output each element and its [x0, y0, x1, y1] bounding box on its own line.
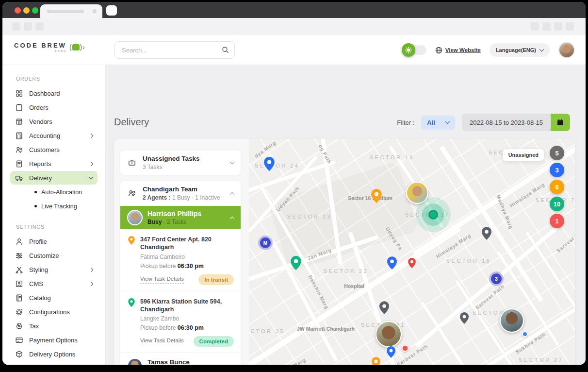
marker-count-legend: 536101 — [550, 146, 564, 228]
tax-icon — [15, 322, 23, 330]
agent-avatar-marker[interactable] — [376, 321, 402, 347]
tab-title-placeholder — [47, 10, 84, 13]
code-brew-logo[interactable]: CODE BREW LABS ()› — [14, 42, 85, 52]
toolbar-icon-placeholder — [566, 22, 574, 31]
map-pin[interactable] — [408, 258, 416, 270]
clipboard-icon — [15, 103, 23, 112]
sidebar-item-catalog[interactable]: Catalog — [10, 291, 98, 304]
status-badge: In transit — [198, 274, 234, 285]
new-tab-button[interactable] — [106, 5, 117, 16]
sidebar-item-accounting[interactable]: Accounting — [10, 129, 98, 142]
map-pin[interactable] — [371, 189, 382, 205]
browser-tab[interactable] — [40, 4, 102, 18]
sidebar-item-dashboard[interactable]: Dashboard — [10, 86, 98, 100]
sidebar-item-payment-options[interactable]: Payment Options — [10, 333, 98, 347]
map-pin[interactable] — [291, 256, 301, 272]
browser-window: CODE BREW LABS ()› View — [2, 2, 586, 365]
forward-button-placeholder — [24, 22, 32, 31]
sector-label: SECTOR 24 — [255, 163, 299, 169]
reload-button-placeholder — [35, 22, 44, 31]
chandigarh-team-header[interactable]: Chandigarh Team 2 Agents : 1 Busy · 1 In… — [120, 181, 241, 206]
globe-icon — [435, 47, 442, 54]
sidebar-item-vendors[interactable]: Vendors — [10, 115, 98, 128]
map-dot-marker[interactable] — [522, 331, 528, 337]
sidebar-item-configurations[interactable]: Configurations — [10, 305, 98, 319]
back-button-placeholder — [12, 22, 20, 31]
task-item: 347 Ford Center Apt. 820 Chandigarh Fáti… — [120, 229, 241, 291]
section-label-orders: ORDERS — [16, 76, 105, 82]
search-input[interactable] — [114, 41, 235, 59]
marker-count-badge[interactable]: 6 — [550, 180, 564, 194]
cluster-marker[interactable]: M — [260, 237, 271, 248]
agent-row-tamas-bunce[interactable]: Tamas Bunce Inactive · 2 Tasks — [120, 353, 241, 365]
sidebar-item-customize[interactable]: Customize — [10, 249, 98, 262]
sidebar-subitem-live-tracking[interactable]: Live Tracking — [34, 199, 105, 213]
user-avatar[interactable] — [558, 42, 575, 58]
minimize-window-button[interactable] — [23, 7, 30, 14]
map-pin[interactable] — [379, 301, 389, 316]
sidebar-item-tax[interactable]: Tax — [10, 319, 98, 333]
chevron-down-icon — [445, 119, 450, 124]
unassigned-tasks-card: Unassigned Tasks 3 Tasks — [120, 150, 241, 176]
theme-toggle[interactable] — [404, 45, 426, 55]
place-label: Sector 16 Stadium — [348, 195, 392, 202]
marker-count-badge[interactable]: 1 — [550, 214, 564, 228]
place-label: JW Marriott Chandigarh — [297, 326, 337, 332]
delivery-map[interactable]: Unassigned 536101 SECTOR 24SECTOR 16SECT… — [249, 139, 575, 365]
task-panel: Unassigned Tasks 3 Tasks Chandigarh Team — [114, 139, 249, 365]
green-pin-icon — [128, 298, 135, 347]
search-icon — [222, 46, 229, 55]
chevron-right-icon — [89, 161, 94, 166]
map-pin[interactable] — [372, 357, 380, 365]
marker-count-badge[interactable]: 10 — [550, 197, 564, 211]
date-range-input[interactable]: 2022-08-15 to 2023-08-15 — [462, 114, 551, 131]
chevron-down-icon — [230, 363, 235, 365]
filter-label: Filter : — [397, 119, 414, 126]
map-pin[interactable] — [264, 157, 275, 173]
logo-subtitle: LABS — [14, 50, 66, 52]
sidebar-item-styling[interactable]: Styling — [10, 263, 98, 276]
unassigned-tooltip: Unassigned — [503, 149, 544, 161]
sector-label: SECTOR 35 — [249, 328, 285, 334]
unassigned-tasks-header[interactable]: Unassigned Tasks 3 Tasks — [120, 150, 241, 175]
filter-dropdown[interactable]: All — [421, 116, 455, 130]
agent-row-harrison-phillips[interactable]: Harrison Phillips Busy · 2 Tasks — [120, 206, 241, 229]
sidebar-item-customers[interactable]: Customers — [10, 143, 98, 156]
map-dot-marker[interactable] — [402, 345, 409, 352]
sidebar-item-cms[interactable]: CMS — [10, 277, 98, 290]
delivery-card: Unassigned Tasks 3 Tasks Chandigarh Team — [114, 139, 575, 365]
logo-icon: ()› — [69, 43, 85, 51]
sidebar-subitem-auto-allocation[interactable]: Auto-Allocation — [34, 185, 105, 199]
map-pin[interactable] — [460, 312, 469, 326]
place-label: Hospital — [344, 283, 364, 289]
sliders-icon — [15, 252, 23, 260]
sidebar-item-profile[interactable]: Profile — [10, 235, 98, 248]
sector-label: SECTOR 16 — [370, 154, 414, 160]
view-website-link[interactable]: View Website — [435, 47, 481, 54]
calendar-button[interactable] — [551, 114, 570, 131]
users-icon — [15, 146, 23, 154]
view-task-details-link[interactable]: View Task Details — [140, 338, 184, 345]
tools-icon — [15, 266, 23, 274]
sector-label: SECTOR 22 — [324, 268, 368, 274]
language-selector[interactable]: Language(ENG) — [490, 43, 550, 57]
sidebar-item-reports[interactable]: Reports — [10, 157, 98, 170]
agent-avatar-marker[interactable] — [500, 308, 524, 333]
page-title: Delivery — [114, 117, 149, 128]
cluster-marker[interactable]: 3 — [491, 273, 502, 284]
sidebar-item-orders[interactable]: Orders — [10, 101, 98, 114]
logo-title: CODE BREW — [14, 42, 66, 49]
marker-count-badge[interactable]: 5 — [550, 146, 564, 160]
map-pin[interactable] — [387, 256, 397, 271]
sidebar-item-delivery[interactable]: Delivery — [10, 171, 98, 185]
sidebar-item-delivery-options[interactable]: Delivery Options — [10, 347, 98, 361]
report-icon — [15, 160, 23, 168]
view-task-details-link[interactable]: View Task Details — [140, 276, 184, 284]
close-window-button[interactable] — [15, 7, 21, 14]
marker-count-badge[interactable]: 3 — [550, 163, 564, 177]
chevron-right-icon — [89, 133, 94, 138]
map-pin[interactable] — [482, 227, 491, 242]
bullet-icon — [34, 205, 37, 207]
maximize-window-button[interactable] — [32, 7, 38, 14]
map-pin[interactable] — [387, 346, 395, 360]
